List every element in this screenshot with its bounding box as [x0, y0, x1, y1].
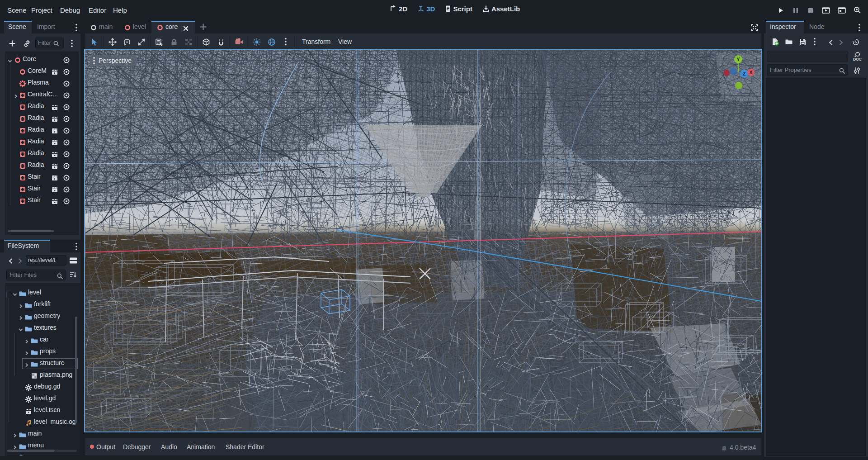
svg-text:DOC: DOC — [853, 57, 862, 62]
svg-text:Perspective: Perspective — [99, 57, 132, 64]
svg-text:Z: Z — [743, 71, 746, 76]
svg-text:X: X — [749, 70, 753, 75]
svg-text:Y: Y — [736, 57, 740, 62]
